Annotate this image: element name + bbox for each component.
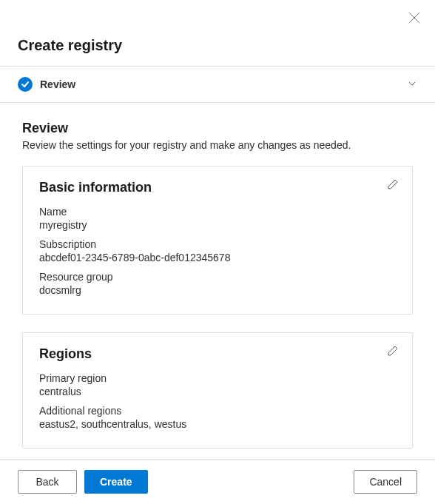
card-title-basic: Basic information	[39, 180, 396, 195]
step-label: Review	[40, 78, 407, 90]
edit-regions-button[interactable]	[387, 345, 399, 359]
pencil-icon	[387, 345, 399, 357]
back-button[interactable]: Back	[18, 470, 77, 494]
chevron-down-icon	[407, 78, 417, 91]
subscription-value: abcdef01-2345-6789-0abc-def012345678	[39, 252, 396, 263]
name-value: myregistry	[39, 219, 396, 231]
primary-region-value: centralus	[39, 386, 396, 397]
panel-header: Create registry	[0, 0, 435, 66]
review-heading: Review	[22, 121, 413, 136]
card-title-regions: Regions	[39, 346, 396, 362]
create-registry-panel: Create registry Review Review Review the…	[0, 0, 435, 504]
checkmark-icon	[18, 77, 33, 92]
panel-title: Create registry	[18, 37, 417, 54]
close-icon[interactable]	[408, 12, 420, 26]
step-review[interactable]: Review	[0, 67, 435, 103]
subscription-label: Subscription	[39, 238, 396, 250]
edit-basic-button[interactable]	[387, 178, 399, 192]
review-description: Review the settings for your registry an…	[22, 139, 413, 151]
cancel-button[interactable]: Cancel	[354, 470, 417, 494]
resource-group-value: docsmlrg	[39, 284, 396, 296]
card-regions: Regions Primary region centralus Additio…	[22, 332, 413, 448]
name-label: Name	[39, 206, 396, 218]
resource-group-label: Resource group	[39, 271, 396, 283]
create-button[interactable]: Create	[84, 470, 148, 494]
pencil-icon	[387, 178, 399, 190]
additional-regions-label: Additional regions	[39, 405, 396, 417]
footer: Back Create Cancel	[0, 459, 435, 504]
content-area: Review Review the settings for your regi…	[0, 103, 435, 459]
primary-region-label: Primary region	[39, 372, 396, 384]
additional-regions-value: eastus2, southcentralus, westus	[39, 418, 396, 430]
card-basic-info: Basic information Name myregistry Subscr…	[22, 166, 413, 315]
